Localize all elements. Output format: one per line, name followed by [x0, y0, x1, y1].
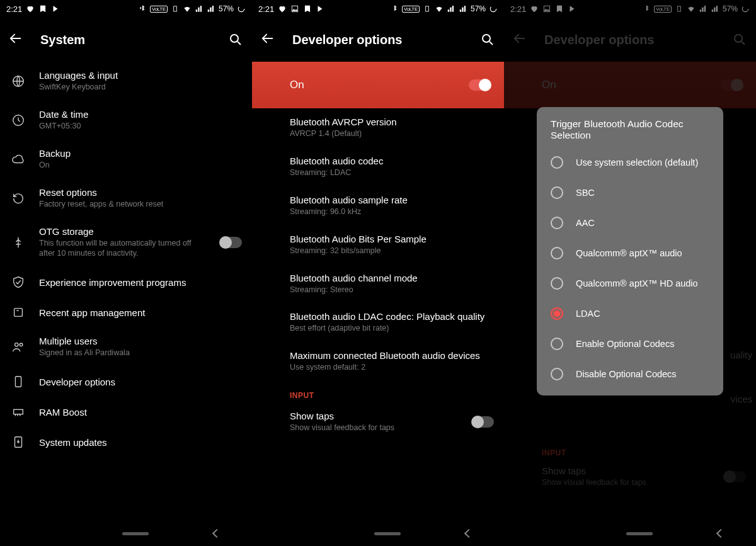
- volte-badge: VoLTE: [402, 6, 420, 13]
- nav-back[interactable]: [716, 529, 725, 538]
- label: Multiple users: [39, 336, 242, 346]
- label: Reset options: [39, 187, 242, 198]
- label: Maximum connected Bluetooth audio device…: [290, 350, 494, 361]
- dialog-option-label: Qualcomm® aptX™ audio: [576, 248, 682, 258]
- item-bt-bits[interactable]: Bluetooth Audio Bits Per SampleStreaming…: [252, 225, 504, 264]
- otg-toggle[interactable]: [220, 237, 242, 248]
- bluetooth-icon: [138, 4, 147, 13]
- nav-home[interactable]: [122, 532, 149, 535]
- bookmark-icon: [38, 4, 47, 13]
- sub: Show visual feedback for taps: [290, 423, 459, 433]
- label: Backup: [39, 148, 242, 159]
- item-showtaps[interactable]: Show tapsShow visual feedback for taps: [252, 402, 504, 441]
- recent-icon: [11, 305, 25, 319]
- svg-rect-12: [426, 6, 429, 11]
- dialog-option[interactable]: LDAC: [537, 299, 723, 329]
- showtaps-toggle[interactable]: [472, 416, 494, 428]
- label: Bluetooth audio channel mode: [290, 273, 494, 283]
- item-avrcp[interactable]: Bluetooth AVRCP versionAVRCP 1.4 (Defaul…: [252, 108, 504, 147]
- signal2-icon: [459, 4, 467, 13]
- radio-icon: [551, 368, 563, 380]
- item-bt-samplerate[interactable]: Bluetooth audio sample rateStreaming: 96…: [252, 186, 504, 225]
- dialog-option-label: Qualcomm® aptX™ HD audio: [576, 278, 698, 288]
- item-multiuser[interactable]: Multiple usersSigned in as Ali Pardiwala: [0, 327, 252, 367]
- item-backup[interactable]: BackupOn: [0, 140, 252, 179]
- dialog-option-label: SBC: [576, 188, 595, 198]
- phone-icon: [11, 375, 25, 389]
- sub: Best effort (adaptive bit rate): [290, 323, 494, 334]
- radio-icon: [551, 217, 563, 229]
- dialog-option[interactable]: Use system selection (default): [537, 147, 723, 178]
- users-icon: [11, 340, 25, 354]
- dialog-option[interactable]: Disable Optional Codecs: [537, 359, 723, 389]
- ram-icon: [11, 405, 25, 419]
- dialog-option-label: Enable Optional Codecs: [576, 339, 674, 349]
- nav-bar: [252, 521, 504, 546]
- svg-point-14: [483, 35, 490, 42]
- sub: SwiftKey Keyboard: [39, 82, 242, 93]
- phone-system: 2:21 VoLTE 57% System Languages & inputS…: [0, 0, 252, 546]
- sub: Factory reset, apps & network reset: [39, 199, 242, 210]
- bookmark-icon: [303, 4, 312, 13]
- item-bt-codec[interactable]: Bluetooth audio codecStreaming: LDAC: [252, 147, 504, 186]
- dialog-option[interactable]: SBC: [537, 178, 723, 208]
- dialog-option[interactable]: Enable Optional Codecs: [537, 329, 723, 359]
- svg-point-2: [231, 35, 238, 42]
- item-sysupdates[interactable]: System updates: [0, 427, 252, 457]
- label: OTG storage: [39, 226, 207, 237]
- dialog-option-label: Disable Optional Codecs: [576, 369, 677, 379]
- settings-list: Languages & inputSwiftKey Keyboard Date …: [0, 62, 252, 464]
- nav-bar: [504, 521, 756, 546]
- devoptions-list: Bluetooth AVRCP versionAVRCP 1.4 (Defaul…: [252, 108, 504, 448]
- status-bar: 2:21 VoLTE 57%: [252, 0, 504, 18]
- label: RAM Boost: [39, 407, 242, 418]
- usb-icon: [11, 236, 25, 249]
- master-switch-row: On: [252, 62, 504, 108]
- search-icon[interactable]: [480, 32, 495, 47]
- item-ramboost[interactable]: RAM Boost: [0, 397, 252, 427]
- item-otg[interactable]: OTG storageThis function will be automat…: [0, 218, 252, 268]
- item-datetime[interactable]: Date & timeGMT+05:30: [0, 101, 252, 140]
- item-recent-apps[interactable]: Recent app management: [0, 297, 252, 327]
- dialog-option[interactable]: AAC: [537, 208, 723, 238]
- item-bt-ldac[interactable]: Bluetooth audio LDAC codec: Playback qua…: [252, 303, 504, 342]
- item-experience[interactable]: Experience improvement programs: [0, 267, 252, 297]
- item-devoptions[interactable]: Developer options: [0, 367, 252, 397]
- back-icon[interactable]: [9, 31, 23, 48]
- sub: AVRCP 1.4 (Default): [290, 128, 494, 139]
- label: System updates: [39, 437, 242, 448]
- svg-point-6: [15, 343, 19, 347]
- nav-back[interactable]: [464, 529, 473, 538]
- triangle-icon: [316, 4, 324, 13]
- shield-icon: [11, 275, 25, 289]
- item-bt-max[interactable]: Maximum connected Bluetooth audio device…: [252, 342, 504, 381]
- search-icon[interactable]: [228, 32, 243, 47]
- nav-back[interactable]: [212, 529, 221, 538]
- nav-bar: [0, 521, 252, 546]
- status-time: 2:21: [258, 4, 274, 14]
- status-battery: 57%: [219, 4, 234, 13]
- signal-icon: [447, 4, 455, 13]
- sub: On: [39, 160, 242, 171]
- nav-home[interactable]: [374, 532, 401, 535]
- item-bt-channel[interactable]: Bluetooth audio channel modeStreaming: S…: [252, 264, 504, 304]
- label: Recent app management: [39, 307, 242, 318]
- item-languages[interactable]: Languages & inputSwiftKey Keyboard: [0, 62, 252, 101]
- section-input: INPUT: [252, 381, 504, 402]
- update-icon: [11, 435, 25, 449]
- signal-icon: [195, 4, 203, 13]
- svg-point-13: [490, 6, 496, 11]
- dialog-option[interactable]: Qualcomm® aptX™ HD audio: [537, 268, 723, 299]
- dialog-option[interactable]: Qualcomm® aptX™ audio: [537, 238, 723, 268]
- status-battery: 57%: [471, 4, 486, 13]
- cloud-icon: [11, 152, 25, 166]
- globe-icon: [11, 74, 25, 88]
- item-reset[interactable]: Reset optionsFactory reset, apps & netwo…: [0, 179, 252, 218]
- nav-home[interactable]: [626, 532, 653, 535]
- master-toggle[interactable]: [469, 79, 490, 91]
- volte-badge: VoLTE: [150, 6, 168, 13]
- reset-icon: [11, 191, 25, 205]
- circle-icon: [237, 4, 246, 13]
- svg-point-7: [20, 343, 23, 346]
- back-icon[interactable]: [261, 31, 275, 48]
